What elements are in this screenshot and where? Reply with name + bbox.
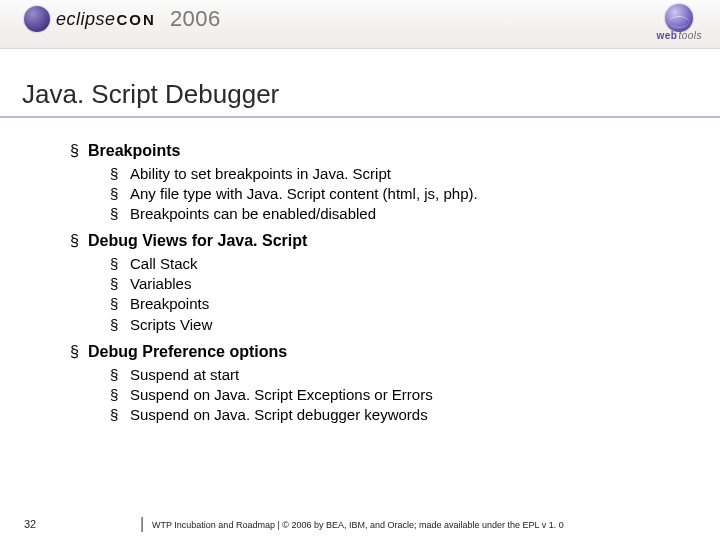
- footer-separator-icon: |: [140, 515, 144, 533]
- eclipsecon-logo: eclipseCON 2006: [24, 6, 221, 32]
- list-item: Ability to set breakpoints in Java. Scri…: [110, 164, 720, 184]
- list-item: Scripts View: [110, 315, 720, 335]
- heading-text: Debug Views for Java. Script: [88, 232, 307, 249]
- eclipse-logo-text: eclipseCON: [56, 9, 156, 30]
- con-word: CON: [117, 11, 156, 28]
- web-word: web: [656, 30, 677, 41]
- webtools-logo: webtools: [656, 4, 702, 41]
- list-item: Call Stack: [110, 254, 720, 274]
- year-label: 2006: [170, 6, 221, 32]
- footer-text: WTP Incubation and Roadmap | © 2006 by B…: [152, 520, 564, 530]
- page-title: Java. Script Debugger: [22, 79, 720, 110]
- section-heading: Debug Views for Java. Script Call Stack …: [70, 230, 720, 335]
- list-item: Suspend at start: [110, 365, 720, 385]
- list-item: Any file type with Java. Script content …: [110, 184, 720, 204]
- list-item: Suspend on Java. Script Exceptions or Er…: [110, 385, 720, 405]
- list-item: Suspend on Java. Script debugger keyword…: [110, 405, 720, 425]
- list-item: Breakpoints: [110, 294, 720, 314]
- list-item: Breakpoints can be enabled/disabled: [110, 204, 720, 224]
- section-heading: Debug Preference options Suspend at star…: [70, 341, 720, 425]
- eclipse-word: eclipse: [56, 9, 116, 29]
- list-item: Variables: [110, 274, 720, 294]
- eclipse-orb-icon: [24, 6, 50, 32]
- section-heading: Breakpoints Ability to set breakpoints i…: [70, 140, 720, 224]
- globe-icon: [665, 4, 693, 32]
- heading-text: Breakpoints: [88, 142, 180, 159]
- slide-header: eclipseCON 2006 webtools: [0, 0, 720, 49]
- slide-content: Breakpoints Ability to set breakpoints i…: [70, 140, 720, 425]
- page-number: 32: [24, 518, 36, 530]
- title-underline: [0, 116, 720, 118]
- heading-text: Debug Preference options: [88, 343, 287, 360]
